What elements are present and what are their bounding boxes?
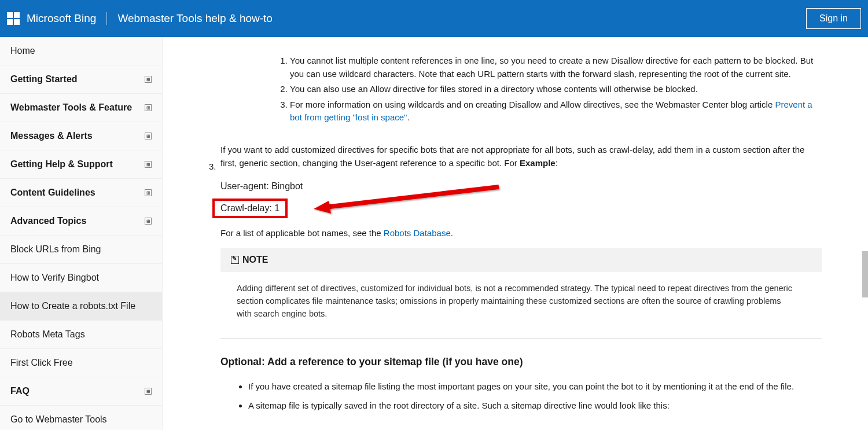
sidebar-item-label: Messages & Alerts [10,131,93,141]
expand-icon[interactable]: ⊞ [145,104,152,111]
sidebar-item-messages-alerts[interactable]: Messages & Alerts⊞ [0,122,162,150]
expand-icon[interactable]: ⊞ [145,133,152,139]
sidebar-item-how-to-verify-bingbot[interactable]: How to Verify Bingbot [0,264,162,292]
sub-ordered-list: You cannot list multiple content referen… [220,54,822,124]
optional-section-heading: Optional: Add a reference to your sitema… [220,356,822,368]
annotation-arrow-icon [314,181,510,216]
expand-icon[interactable]: ⊞ [145,189,152,196]
sidebar-item-faq[interactable]: FAQ⊞ [0,377,162,406]
sidebar-item-label: Webmaster Tools & Feature [10,102,132,113]
list-number-3: 3. [209,161,216,171]
main-content: You cannot list multiple content referen… [163,37,868,430]
list-text: You cannot list multiple content referen… [290,56,813,79]
note-label: NOTE [242,255,268,265]
code-user-agent: User-agent: Bingbot [220,181,822,192]
sidebar-item-getting-help-support[interactable]: Getting Help & Support⊞ [0,150,162,179]
divider [106,12,107,25]
note-edit-icon [231,256,239,264]
expand-icon[interactable]: ⊞ [145,161,152,168]
layout: HomeGetting Started⊞Webmaster Tools & Fe… [0,37,868,430]
brand-text[interactable]: Microsoft Bing [27,12,96,25]
sidebar-item-content-guidelines[interactable]: Content Guidelines⊞ [0,179,162,207]
horizontal-rule [220,338,822,339]
robots-db-text: For a list of applicable bot names, see … [220,226,822,240]
sidebar-item-label: Advanced Topics [10,216,86,226]
top-bar-left: Microsoft Bing Webmaster Tools help & ho… [7,12,273,25]
sidebar-item-getting-started[interactable]: Getting Started⊞ [0,65,162,94]
note-header: NOTE [220,248,822,272]
expand-icon[interactable]: ⊞ [145,218,152,225]
list-item: You cannot list multiple content referen… [290,54,822,80]
sidebar: HomeGetting Started⊞Webmaster Tools & Fe… [0,37,163,430]
sidebar-item-label: Robots Meta Tags [10,329,85,340]
sidebar-item-home[interactable]: Home [0,37,162,65]
crawl-delay-highlight: Crawl-delay: 1 [212,199,288,218]
list-text: You can also use an Allow directive for … [290,84,698,94]
sidebar-item-label: Getting Started [10,74,78,84]
expand-icon[interactable]: ⊞ [145,388,152,395]
item-3-text: If you want to add customized directives… [220,143,822,170]
sidebar-item-how-to-create-a-robots-txt-file[interactable]: How to Create a robots.txt File [0,292,162,321]
page-title[interactable]: Webmaster Tools help & how-to [117,12,273,25]
sidebar-item-label: Content Guidelines [10,188,95,198]
sidebar-item-go-to-webmaster-tools[interactable]: Go to Webmaster Tools [0,406,162,430]
sidebar-item-webmaster-tools-feature[interactable]: Webmaster Tools & Feature⊞ [0,94,162,122]
scrollbar-thumb[interactable] [862,251,868,297]
sidebar-item-block-urls-from-bing[interactable]: Block URLs from Bing [0,236,162,264]
sidebar-item-label: FAQ [10,386,30,396]
list-item: A sitemap file is typically saved in the… [248,399,822,412]
sidebar-item-label: First Click Free [10,358,73,368]
list-item: You can also use an Allow directive for … [290,83,822,96]
robots-database-link[interactable]: Robots Database [384,228,451,238]
bullet-list: If you have created a sitemap file listi… [220,380,822,413]
sidebar-item-label: Home [10,46,35,56]
sign-in-button[interactable]: Sign in [806,8,861,29]
svg-marker-0 [314,201,331,214]
microsoft-logo-icon [7,12,20,25]
list-text: For more information on using wildcards … [290,100,775,109]
sidebar-item-label: Go to Webmaster Tools [10,414,107,425]
top-bar: Microsoft Bing Webmaster Tools help & ho… [0,0,868,37]
sidebar-item-advanced-topics[interactable]: Advanced Topics⊞ [0,207,162,236]
expand-icon[interactable]: ⊞ [145,76,152,83]
note-body: Adding different set of directives, cust… [237,282,794,320]
sidebar-item-label: Block URLs from Bing [10,244,101,255]
sidebar-item-robots-meta-tags[interactable]: Robots Meta Tags [0,321,162,349]
sidebar-item-label: How to Create a robots.txt File [10,301,135,311]
list-item: For more information on using wildcards … [290,98,822,124]
sidebar-item-first-click-free[interactable]: First Click Free [0,349,162,377]
sidebar-item-label: Getting Help & Support [10,159,113,170]
list-item: If you have created a sitemap file listi… [248,380,822,393]
sidebar-item-label: How to Verify Bingbot [10,273,99,283]
